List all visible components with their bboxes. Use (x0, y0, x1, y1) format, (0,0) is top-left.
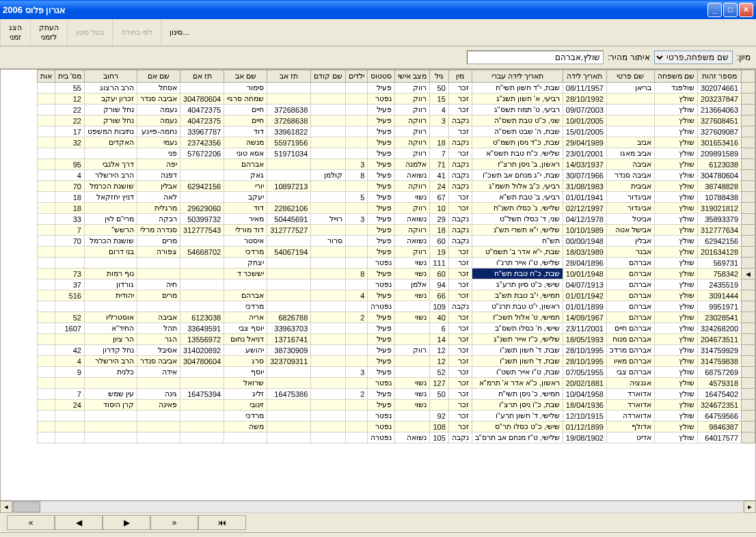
cell[interactable]: נקבה (448, 115, 472, 126)
cell[interactable]: נפטר (368, 422, 395, 432)
cell[interactable]: נקבה (448, 432, 472, 443)
cell[interactable]: נשוי (395, 378, 430, 389)
cell[interactable]: שולץ (654, 159, 697, 170)
cell[interactable] (395, 334, 430, 345)
cell[interactable] (180, 301, 224, 312)
cell[interactable]: 28/04/1896 (563, 258, 606, 268)
cell[interactable]: קולמן (311, 170, 346, 181)
cell[interactable]: פני (137, 148, 180, 159)
cell[interactable]: נפטרה (368, 432, 395, 443)
cell[interactable] (346, 203, 368, 214)
cell[interactable]: 14/09/1967 (563, 312, 606, 323)
cell[interactable]: שולץ (654, 170, 697, 181)
cell[interactable]: 4579318 (698, 378, 742, 389)
cell[interactable]: רווקה (395, 225, 430, 236)
cell[interactable]: מאיר (224, 214, 267, 225)
cell[interactable]: 19 (430, 247, 448, 258)
cell[interactable]: 33967787 (180, 126, 224, 137)
cell[interactable]: 54668702 (180, 247, 224, 258)
cell[interactable]: נקבה (448, 181, 472, 192)
cell[interactable]: אביבה (137, 312, 180, 323)
cell[interactable]: אבלין (606, 236, 654, 247)
cell[interactable] (37, 126, 55, 137)
cell[interactable] (311, 411, 346, 422)
cell[interactable] (430, 126, 448, 137)
cell[interactable]: 22 (55, 105, 84, 115)
table-row[interactable]: 68757269שולץאברהם צבי07/05/1955שבת, ט"ו … (37, 367, 755, 378)
cell[interactable] (37, 181, 55, 192)
cell[interactable] (37, 105, 55, 115)
cell[interactable]: רווק (395, 345, 430, 356)
cell[interactable] (346, 432, 368, 443)
cell[interactable] (180, 236, 224, 247)
cell[interactable]: 51971034 (267, 148, 311, 159)
cell[interactable]: 62942156 (180, 181, 224, 192)
cell[interactable]: 18 (430, 137, 448, 148)
cell[interactable]: שולץ (654, 137, 697, 148)
table-row[interactable]: 64759566שולץאדוארדה12/10/1915שלישי, ד' ח… (37, 411, 755, 422)
cell[interactable]: נשואה (395, 214, 430, 225)
cell[interactable]: שלישי, כ"ח טבת תשס"א (472, 148, 563, 159)
cell[interactable] (346, 345, 368, 356)
cell[interactable] (37, 137, 55, 148)
cell[interactable]: הרשש" (84, 225, 137, 236)
table-row[interactable]: 4579318שולץאגנציה20/02/1881ראשון, כ"א אד… (37, 378, 755, 389)
cell[interactable] (267, 258, 311, 268)
cell[interactable]: רווק (395, 105, 430, 115)
cell[interactable]: דניץ יחזקאל (84, 192, 137, 203)
cell[interactable]: יוסף צבי (224, 323, 267, 334)
close-button[interactable]: × (739, 3, 753, 17)
cell[interactable]: 323709311 (267, 356, 311, 367)
cell[interactable] (346, 126, 368, 137)
minimize-button[interactable]: _ (707, 3, 722, 17)
cell[interactable] (37, 214, 55, 225)
table-row[interactable]: 324672351שולץאדוארד18/04/1936שבת, כ"ו ני… (37, 400, 755, 411)
cell[interactable]: זכר (448, 312, 472, 323)
cell[interactable]: שלישי, י"א תשרי תש"נ (472, 225, 563, 236)
cell[interactable]: זכר (448, 422, 472, 432)
cell[interactable]: שרואל (224, 378, 267, 389)
cell[interactable]: 213664063 (698, 105, 742, 115)
column-header[interactable]: תז אם (180, 70, 224, 83)
cell[interactable]: נשואה (395, 432, 430, 443)
cell[interactable]: אביגדור (606, 203, 654, 214)
column-header[interactable]: שם קודם (311, 70, 346, 83)
cell[interactable]: 12/10/1915 (563, 411, 606, 422)
cell[interactable]: 312777543 (180, 225, 224, 236)
cell[interactable]: 40472375 (180, 105, 224, 115)
cell[interactable]: נעמה (137, 115, 180, 126)
cell[interactable]: שני, ד' כסלו תשל"ט (472, 214, 563, 225)
cell[interactable]: 55 (55, 83, 84, 94)
cell[interactable]: 68757269 (698, 367, 742, 378)
cell[interactable] (430, 400, 448, 411)
cell[interactable]: פעיל (368, 225, 395, 236)
cell[interactable]: 3 (346, 367, 368, 378)
table-row[interactable]: 209891589שולץאביב מאגו23/01/2001שלישי, כ… (37, 148, 755, 159)
cell[interactable]: שולץ (654, 432, 697, 443)
table-row[interactable]: 2435519שולץאברהם04/07/1913שישי, כ"ט סיון… (37, 279, 755, 290)
cell[interactable]: רווק (395, 148, 430, 159)
cell[interactable]: 94 (430, 279, 448, 290)
cell[interactable]: אסא טוני (224, 148, 267, 159)
cell[interactable]: רביעי, כ"ב אלול תשמ"ג (472, 181, 563, 192)
cell[interactable]: קרן היסוד (84, 400, 137, 411)
cell[interactable]: 10/01/2005 (563, 115, 606, 126)
cell[interactable]: 40 (430, 312, 448, 323)
cell[interactable]: 314759838 (698, 356, 742, 367)
cell[interactable]: 312777634 (698, 225, 742, 236)
cell[interactable] (37, 170, 55, 181)
cell[interactable]: שולץ (654, 192, 697, 203)
cell[interactable] (180, 400, 224, 411)
cell[interactable]: פעיל (368, 115, 395, 126)
cell[interactable] (346, 236, 368, 247)
cell[interactable]: זכר (448, 367, 472, 378)
cell[interactable]: נעמי (137, 137, 180, 148)
cell[interactable]: רביעי, ב' טבת תש"א (472, 192, 563, 203)
cell[interactable]: 304780604 (180, 356, 224, 367)
cell[interactable]: 516 (55, 290, 84, 301)
cell[interactable]: 6123038 (180, 312, 224, 323)
cell[interactable]: אברהם חיים (606, 323, 654, 334)
cell[interactable]: שולץ (654, 148, 697, 159)
cell[interactable] (137, 268, 180, 279)
cell[interactable]: מנשה (224, 137, 267, 148)
